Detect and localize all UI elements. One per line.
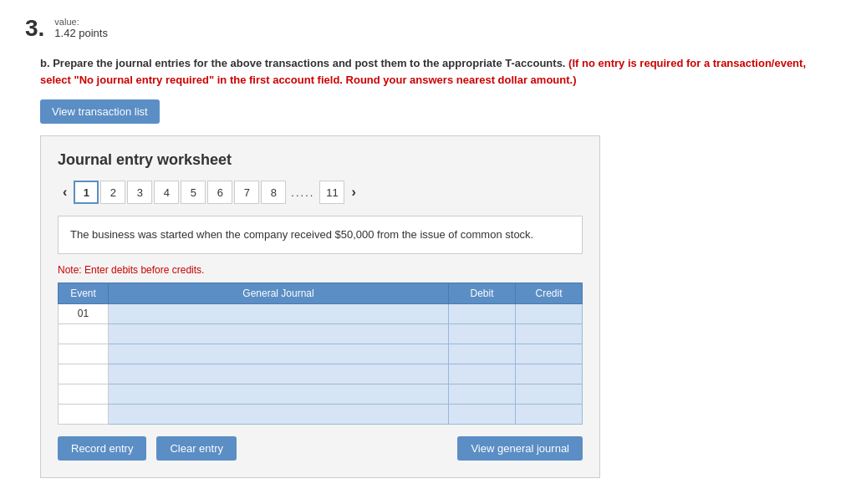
col-header-debit: Debit — [449, 283, 516, 303]
view-transaction-button[interactable]: View transaction list — [40, 99, 160, 124]
view-general-journal-button[interactable]: View general journal — [457, 436, 583, 461]
next-tab-button[interactable]: › — [346, 181, 360, 203]
col-header-credit: Credit — [516, 283, 583, 303]
tab-11[interactable]: 11 — [319, 181, 344, 204]
worksheet-container: Journal entry worksheet ‹ 1 2 3 4 5 6 7 … — [40, 135, 600, 478]
tab-3[interactable]: 3 — [127, 181, 152, 204]
journal-table: Event General Journal Debit Credit 01 — [58, 283, 583, 425]
journal-input[interactable] — [112, 384, 445, 404]
question-header: 3. value: 1.42 points — [25, 17, 831, 40]
part-label: b. Prepare the journal entries for the a… — [40, 55, 831, 88]
tab-4[interactable]: 4 — [154, 181, 179, 204]
clear-entry-button[interactable]: Clear entry — [156, 436, 237, 461]
tab-1[interactable]: 1 — [74, 181, 99, 204]
credit-cell[interactable] — [516, 323, 583, 344]
event-cell — [59, 344, 109, 364]
table-row — [59, 384, 583, 404]
action-buttons: Record entry Clear entry View general jo… — [58, 436, 583, 461]
event-cell — [59, 404, 109, 424]
journal-cell[interactable] — [109, 364, 449, 384]
note-text: Note: Enter debits before credits. — [58, 264, 583, 276]
tab-8[interactable]: 8 — [261, 181, 286, 204]
instruction-normal: Prepare the journal entries for the abov… — [53, 57, 565, 69]
points-value: 1.42 points — [54, 27, 108, 39]
event-cell — [59, 364, 109, 384]
tab-navigation: ‹ 1 2 3 4 5 6 7 8 ..... 11 › — [58, 181, 583, 204]
journal-input[interactable] — [112, 344, 445, 364]
tab-7[interactable]: 7 — [234, 181, 259, 204]
journal-cell[interactable] — [109, 384, 449, 404]
credit-input[interactable] — [519, 405, 578, 424]
journal-cell[interactable] — [109, 404, 449, 424]
debit-cell[interactable] — [449, 404, 516, 424]
debit-input[interactable] — [452, 304, 512, 323]
journal-input[interactable] — [112, 324, 445, 344]
credit-input[interactable] — [519, 384, 578, 404]
debit-cell[interactable] — [449, 384, 516, 404]
event-cell: 01 — [59, 303, 109, 323]
journal-cell[interactable] — [109, 344, 449, 364]
journal-cell[interactable] — [109, 323, 449, 344]
debit-input[interactable] — [452, 324, 512, 344]
debit-cell[interactable] — [449, 323, 516, 344]
tab-6[interactable]: 6 — [207, 181, 232, 204]
table-row — [59, 364, 583, 384]
part-b-label: b. — [40, 57, 50, 69]
credit-cell[interactable] — [516, 404, 583, 424]
col-header-general-journal: General Journal — [109, 283, 449, 303]
debit-cell[interactable] — [449, 303, 516, 323]
debit-input[interactable] — [452, 384, 512, 404]
tab-dots: ..... — [288, 186, 318, 199]
credit-input[interactable] — [519, 304, 578, 323]
event-cell — [59, 323, 109, 344]
credit-cell[interactable] — [516, 384, 583, 404]
table-row — [59, 344, 583, 364]
debit-cell[interactable] — [449, 344, 516, 364]
journal-input[interactable] — [112, 405, 445, 424]
debit-input[interactable] — [452, 405, 512, 424]
journal-input[interactable] — [112, 364, 445, 384]
credit-input[interactable] — [519, 364, 578, 384]
prev-tab-button[interactable]: ‹ — [58, 181, 72, 203]
question-meta: value: 1.42 points — [54, 17, 108, 39]
value-label: value: — [54, 17, 108, 27]
journal-cell[interactable] — [109, 303, 449, 323]
col-header-event: Event — [59, 283, 109, 303]
question-number: 3. — [25, 17, 44, 40]
tab-5[interactable]: 5 — [181, 181, 206, 204]
credit-input[interactable] — [519, 344, 578, 364]
credit-cell[interactable] — [516, 303, 583, 323]
credit-cell[interactable] — [516, 364, 583, 384]
debit-input[interactable] — [452, 364, 512, 384]
instruction-block: b. Prepare the journal entries for the a… — [40, 55, 831, 88]
event-cell — [59, 384, 109, 404]
description-text: The business was started when the compan… — [70, 228, 533, 241]
record-entry-button[interactable]: Record entry — [58, 436, 146, 461]
tab-2[interactable]: 2 — [100, 181, 125, 204]
credit-input[interactable] — [519, 324, 578, 344]
credit-cell[interactable] — [516, 344, 583, 364]
worksheet-title: Journal entry worksheet — [58, 151, 583, 169]
journal-input[interactable] — [112, 304, 445, 323]
debit-cell[interactable] — [449, 364, 516, 384]
table-row: 01 — [59, 303, 583, 323]
table-row — [59, 323, 583, 344]
table-row — [59, 404, 583, 424]
debit-input[interactable] — [452, 344, 512, 364]
description-box: The business was started when the compan… — [58, 216, 583, 254]
